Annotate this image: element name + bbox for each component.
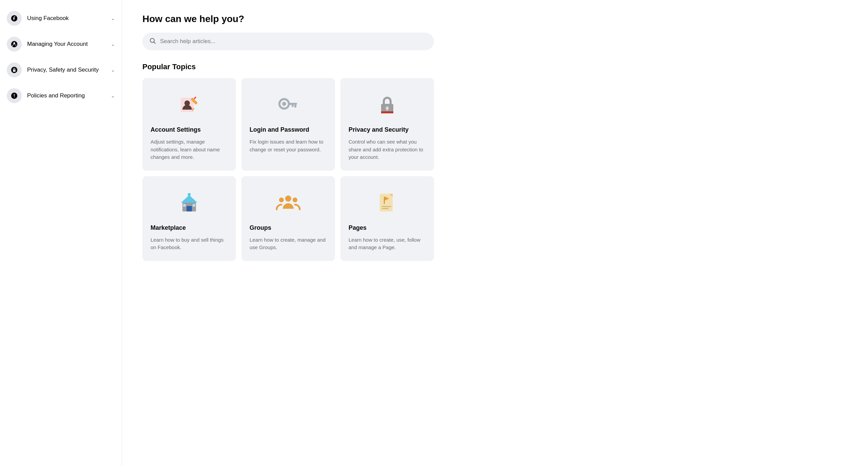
pages-icon-card	[349, 186, 426, 220]
sidebar-item-using-facebook[interactable]: Using Facebook ⌄	[0, 5, 122, 31]
marketplace-icon-card	[151, 186, 228, 220]
topic-card-privacy-security[interactable]: Privacy and Security Control who can see…	[340, 78, 434, 171]
topic-card-privacy-security-desc: Control who can see what you share and a…	[349, 138, 426, 161]
sidebar-item-managing-account-label: Managing Your Account	[27, 41, 105, 48]
topic-card-account-settings-desc: Adjust settings, manage notifications, l…	[151, 138, 228, 161]
svg-point-10	[14, 97, 15, 97]
topic-card-marketplace[interactable]: Marketplace Learn how to buy and sell th…	[142, 176, 236, 261]
topic-card-marketplace-desc: Learn how to buy and sell things on Face…	[151, 236, 228, 251]
svg-rect-32	[193, 204, 195, 207]
sidebar-item-policies-reporting-label: Policies and Reporting	[27, 92, 105, 99]
sidebar: Using Facebook ⌄ Managing Your Account ⌄	[0, 0, 122, 466]
chevron-down-icon-3: ⌄	[111, 67, 115, 73]
privacy-security-icon-card	[349, 88, 426, 122]
search-bar[interactable]	[142, 33, 434, 50]
topic-card-groups-desc: Learn how to create, manage and use Grou…	[250, 236, 327, 251]
topic-card-marketplace-title: Marketplace	[151, 224, 228, 231]
topic-card-privacy-security-title: Privacy and Security	[349, 126, 426, 133]
topic-card-login-password-title: Login and Password	[250, 126, 327, 133]
svg-marker-28	[181, 195, 197, 203]
svg-rect-22	[294, 105, 296, 108]
svg-point-2	[13, 42, 15, 44]
svg-rect-31	[183, 204, 186, 207]
svg-rect-5	[15, 45, 17, 45]
privacy-safety-icon	[7, 62, 22, 77]
svg-rect-23	[292, 105, 294, 107]
svg-rect-42	[382, 206, 391, 207]
topic-card-groups[interactable]: Groups Learn how to create, manage and u…	[241, 176, 335, 261]
sidebar-item-policies-reporting[interactable]: Policies and Reporting ⌄	[0, 83, 122, 109]
svg-rect-40	[384, 197, 385, 204]
account-settings-icon	[151, 88, 228, 122]
svg-rect-33	[188, 193, 191, 196]
login-password-icon	[250, 88, 327, 122]
search-icon	[149, 37, 156, 45]
topic-card-login-password-desc: Fix login issues and learn how to change…	[250, 138, 327, 153]
svg-rect-43	[382, 208, 389, 209]
managing-account-icon	[7, 37, 22, 52]
chevron-down-icon-4: ⌄	[111, 93, 115, 98]
svg-rect-21	[288, 103, 297, 105]
topic-card-account-settings-title: Account Settings	[151, 126, 228, 133]
sidebar-item-privacy-safety-label: Privacy, Safety and Security	[27, 67, 105, 73]
topic-card-pages-desc: Learn how to create, use, follow and man…	[349, 236, 426, 251]
policies-reporting-icon	[7, 88, 22, 103]
svg-point-34	[285, 195, 291, 202]
svg-line-12	[154, 42, 156, 44]
topic-card-account-settings[interactable]: Account Settings Adjust settings, manage…	[142, 78, 236, 171]
search-input[interactable]	[160, 38, 427, 45]
topic-card-pages[interactable]: Pages Learn how to create, use, follow a…	[340, 176, 434, 261]
sidebar-item-managing-account[interactable]: Managing Your Account ⌄	[0, 31, 122, 57]
facebook-icon	[7, 11, 22, 26]
topics-grid: Account Settings Adjust settings, manage…	[142, 78, 434, 261]
sidebar-item-using-facebook-label: Using Facebook	[27, 15, 105, 22]
topic-card-groups-title: Groups	[250, 224, 327, 231]
svg-rect-30	[186, 206, 192, 211]
topic-card-login-password[interactable]: Login and Password Fix login issues and …	[241, 78, 335, 171]
popular-topics-heading: Popular Topics	[142, 62, 848, 71]
svg-rect-18	[194, 96, 196, 99]
svg-point-20	[282, 102, 286, 106]
svg-rect-26	[387, 108, 388, 111]
sidebar-item-privacy-safety[interactable]: Privacy, Safety and Security ⌄	[0, 57, 122, 83]
svg-rect-27	[381, 111, 393, 113]
chevron-down-icon: ⌄	[111, 16, 115, 21]
main-content: How can we help you? Popular Topics	[122, 0, 868, 466]
svg-point-8	[14, 70, 15, 71]
page-title: How can we help you?	[142, 14, 848, 24]
chevron-down-icon-2: ⌄	[111, 41, 115, 47]
topic-card-pages-title: Pages	[349, 224, 426, 231]
svg-point-36	[293, 198, 297, 202]
svg-point-35	[279, 198, 284, 202]
groups-icon-card	[250, 186, 327, 220]
